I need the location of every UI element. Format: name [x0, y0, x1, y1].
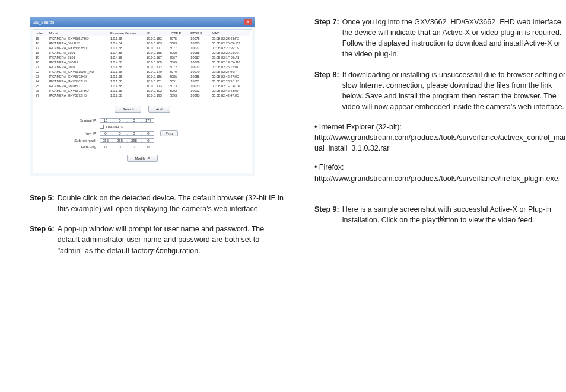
ie-link-url: http://www.grandstream.com/products/tool…	[314, 132, 566, 154]
column-header: Model	[48, 31, 109, 36]
step-8: Step 8: If downloading or installing is …	[314, 69, 566, 113]
table-row[interactable]: 24IPCAMERA_GXV3662HD1.0.1.6810.0.0.15180…	[34, 79, 250, 84]
column-header: RTSP P...	[189, 31, 211, 36]
table-row[interactable]: 23IPCAMERA_GXV3672HD1.0.1.6810.0.0.18680…	[34, 74, 250, 79]
ff-link-label: • Firefox:	[314, 162, 566, 173]
table-row[interactable]: 15IPCAMERA_GXV3651FHD1.0.1.6810.0.0.1838…	[34, 36, 250, 42]
table-header-row: IndexModelFirmware VersionIPHTTP P...RTS…	[34, 31, 250, 36]
step-7-label: Step 7:	[314, 17, 339, 60]
column-header: Firmware Version	[109, 31, 145, 36]
ping-button[interactable]: Ping	[160, 130, 178, 136]
new-ip-field[interactable]: 0. 0. 0. 0	[100, 131, 154, 136]
window-body: IndexModelFirmware VersionIPHTTP P...RTS…	[33, 29, 252, 173]
table-row[interactable]: 25IPCAMERA_3601HD1.0.4.3810.0.0.17380731…	[34, 84, 250, 88]
page-right: Step 7: Once you log into the GXV3662_HD…	[314, 17, 566, 235]
gateway-label: Gate way	[64, 145, 100, 149]
page-number-left: ~7~	[30, 245, 285, 254]
table-row[interactable]: 20IPCAMERA_3601LL1.0.4.3810.0.0.16980691…	[34, 60, 250, 65]
window-title: GS_Search	[33, 20, 54, 24]
add-button[interactable]: Add	[148, 106, 170, 113]
step-5-text: Double click on the detected device. The…	[58, 193, 285, 214]
step-5-label: Step 5:	[30, 193, 55, 214]
column-header: IP	[145, 31, 168, 36]
gateway-field[interactable]: 0. 0. 0. 0	[100, 145, 154, 149]
table-row[interactable]: 18IPCAMERA_36011.0.4.3810.0.0.1688068100…	[34, 50, 250, 55]
table-row[interactable]: 22IPCAMERA_GXV3615WP_HD1.0.1.6810.0.0.17…	[34, 69, 250, 74]
ie-link-block: • Internet Explorer (32-bit): http://www…	[314, 122, 566, 154]
ie-link-label: • Internet Explorer (32-bit):	[314, 122, 566, 132]
original-ip-label: Original IP	[64, 119, 100, 122]
ff-link-url: http://www.grandstream.com/products/tool…	[314, 173, 566, 184]
step-5: Step 5: Double click on the detected dev…	[30, 193, 285, 214]
search-button[interactable]: Search	[115, 106, 141, 113]
page-left: GS_Search X IndexModelFirmware VersionIP…	[30, 17, 285, 266]
column-header: HTTP P...	[168, 31, 190, 36]
dhcp-checkbox[interactable]	[100, 125, 104, 129]
table-row[interactable]: 16IPCAMERA_3611HD1.0.4.3410.0.0.18380831…	[34, 41, 250, 46]
column-header: MAC	[211, 31, 250, 36]
table-row[interactable]: 19IPCAMERA_36011.0.4.3810.0.0.1678067100…	[34, 55, 250, 60]
step-7-text: Once you log into the GXV3662_HD/GXV3662…	[342, 17, 566, 60]
window-titlebar: GS_Search X	[30, 17, 255, 27]
table-row[interactable]: 27IPCAMERA_GXV3672HD1.0.1.6810.0.0.19380…	[34, 93, 250, 98]
table-row[interactable]: 21IPCAMERA_36011.0.4.3810.0.0.1728072100…	[34, 65, 250, 69]
original-ip-field[interactable]: 10. 0. 0. 177	[100, 118, 154, 123]
step-8-label: Step 8:	[314, 69, 339, 113]
subnet-label: Sub net mask	[64, 139, 100, 142]
ff-link-block: • Firefox: http://www.grandstream.com/pr…	[314, 162, 566, 183]
ip-config-panel: Original IP 10. 0. 0. 177 Use DHCP New I…	[34, 118, 250, 171]
step-7: Step 7: Once you log into the GXV3662_HD…	[314, 17, 566, 60]
modify-ip-button[interactable]: Modify IP	[127, 155, 157, 162]
column-header: Index	[34, 31, 48, 36]
table-row[interactable]: 26IPCAMERA_GXV3672FHD1.0.1.6810.0.0.1928…	[34, 88, 250, 93]
device-table: IndexModelFirmware VersionIPHTTP P...RTS…	[34, 31, 250, 98]
button-row: Search Add	[34, 98, 250, 116]
subnet-field[interactable]: 255. 255. 255. 0	[100, 138, 154, 143]
page-number-right: ~8~	[314, 214, 566, 223]
screenshot-window: GS_Search X IndexModelFirmware VersionIP…	[30, 17, 255, 176]
dhcp-label: Use DHCP	[106, 125, 123, 129]
close-icon[interactable]: X	[244, 19, 252, 25]
new-ip-label: New IP	[64, 132, 100, 135]
table-row[interactable]: 17IPCAMERA_GXV3662HD1.0.1.6810.0.0.17780…	[34, 46, 250, 50]
step-8-text: If downloading or installing is unsucces…	[342, 69, 566, 113]
